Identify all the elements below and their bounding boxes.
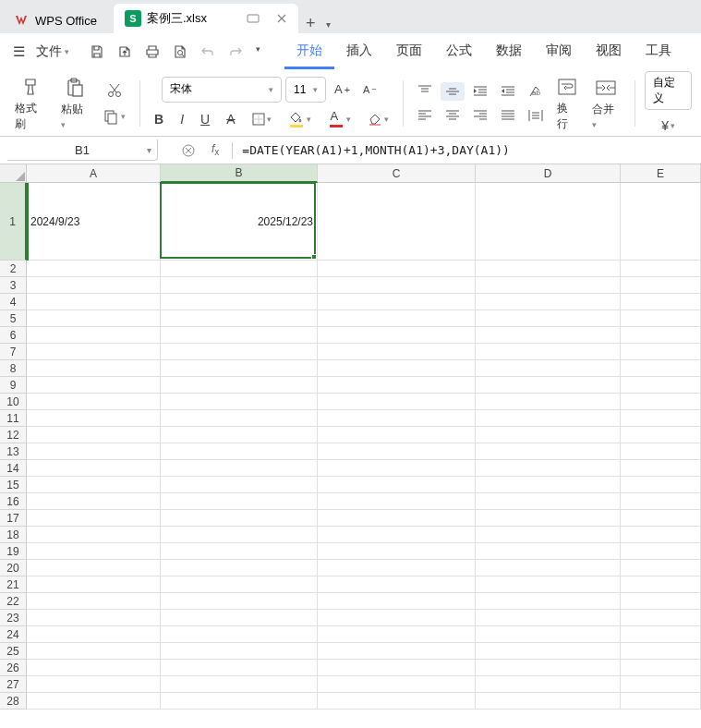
cell-A9[interactable] [27,377,161,394]
cancel-formula-icon[interactable] [178,142,199,159]
row-header-22[interactable]: 22 [0,593,27,610]
row-header-16[interactable]: 16 [0,493,27,510]
insert-function-icon[interactable]: fx [208,140,223,159]
cell-C22[interactable] [318,593,476,610]
cell-B10[interactable] [161,394,318,410]
cell-C9[interactable] [318,377,476,394]
cell-D9[interactable] [476,377,621,394]
cell-A28[interactable] [27,693,161,710]
decrease-indent-icon[interactable] [468,82,492,101]
cell-E27[interactable] [621,676,701,693]
clear-format-icon[interactable]: ▾ [363,109,393,129]
increase-indent-icon[interactable] [496,82,520,101]
cell-B8[interactable] [161,360,318,377]
cell-E17[interactable] [621,510,701,527]
cell-B20[interactable] [161,560,318,576]
tab-page[interactable]: 页面 [384,35,434,69]
tab-view[interactable]: 视图 [584,35,634,69]
cell-B15[interactable] [161,477,318,493]
tab-data[interactable]: 数据 [484,35,534,69]
row-header-7[interactable]: 7 [0,344,27,360]
tab-formula[interactable]: 公式 [434,35,484,69]
cell-B27[interactable] [161,676,318,693]
cell-C17[interactable] [318,510,476,527]
row-header-11[interactable]: 11 [0,410,27,427]
cell-C12[interactable] [318,427,476,443]
cell-E7[interactable] [621,344,701,360]
cell-A27[interactable] [27,676,161,693]
cell-E24[interactable] [621,626,701,643]
cell-A18[interactable] [27,527,161,543]
cell-D15[interactable] [476,477,621,493]
row-header-3[interactable]: 3 [0,277,27,294]
redo-icon[interactable] [224,41,247,63]
cell-A2[interactable] [27,261,161,277]
row-header-28[interactable]: 28 [0,693,27,710]
orientation-icon[interactable]: ab [524,82,548,101]
row-header-6[interactable]: 6 [0,327,27,344]
cell-C14[interactable] [318,460,476,477]
cell-D6[interactable] [476,327,621,344]
print-preview-icon[interactable] [169,41,191,63]
cell-B3[interactable] [161,277,318,294]
cell-E14[interactable] [621,460,701,477]
cell-A11[interactable] [27,410,161,427]
cell-E4[interactable] [621,294,701,310]
row-header-15[interactable]: 15 [0,477,27,493]
new-tab-dropdown-icon[interactable]: ▾ [322,16,334,33]
cell-E5[interactable] [621,310,701,327]
cell-C15[interactable] [318,477,476,493]
select-all-corner[interactable] [0,164,27,183]
cell-D28[interactable] [476,693,621,710]
row-header-18[interactable]: 18 [0,527,27,543]
font-name-select[interactable]: 宋体▾ [162,77,282,103]
number-format-select[interactable]: 自定义 [645,71,692,110]
cell-E26[interactable] [621,660,701,676]
cell-C13[interactable] [318,443,476,460]
hamburger-menu-icon[interactable]: ☰ [9,40,29,64]
cell-D13[interactable] [476,443,621,460]
export-icon[interactable] [114,41,136,63]
cell-E15[interactable] [621,477,701,493]
tab-review[interactable]: 审阅 [534,35,584,69]
cell-D17[interactable] [476,510,621,527]
cell-C18[interactable] [318,527,476,543]
distribute-icon[interactable] [524,106,548,125]
cell-E1[interactable] [621,183,701,261]
cell-E20[interactable] [621,560,701,576]
cell-E13[interactable] [621,443,701,460]
column-header-E[interactable]: E [621,164,701,183]
save-icon[interactable] [86,41,108,63]
bold-icon[interactable]: B [150,109,168,129]
cell-E18[interactable] [621,527,701,543]
cell-A15[interactable] [27,477,161,493]
column-header-A[interactable]: A [27,164,161,183]
cell-A26[interactable] [27,660,161,676]
merge-button[interactable]: 合并 ▾ [586,74,625,132]
cell-A12[interactable] [27,427,161,443]
font-size-select[interactable]: 11▾ [285,77,326,103]
cell-A16[interactable] [27,493,161,510]
cell-D21[interactable] [476,576,621,593]
cell-B16[interactable] [161,493,318,510]
row-header-8[interactable]: 8 [0,360,27,377]
cell-C5[interactable] [318,310,476,327]
cell-C21[interactable] [318,576,476,593]
cell-E8[interactable] [621,360,701,377]
cell-A25[interactable] [27,643,161,660]
cell-C26[interactable] [318,660,476,676]
row-header-10[interactable]: 10 [0,394,27,410]
print-icon[interactable] [141,41,163,63]
cell-E25[interactable] [621,643,701,660]
cell-B2[interactable] [161,261,318,277]
cell-E9[interactable] [621,377,701,394]
cell-A8[interactable] [27,360,161,377]
cell-D3[interactable] [476,277,621,294]
cell-C24[interactable] [318,626,476,643]
cell-D7[interactable] [476,344,621,360]
align-left-icon[interactable] [413,106,437,125]
paste-button[interactable]: 粘贴 ▾ [55,74,94,132]
format-painter-button[interactable]: 格式刷 [9,73,52,134]
cell-B21[interactable] [161,576,318,593]
cell-A13[interactable] [27,443,161,460]
